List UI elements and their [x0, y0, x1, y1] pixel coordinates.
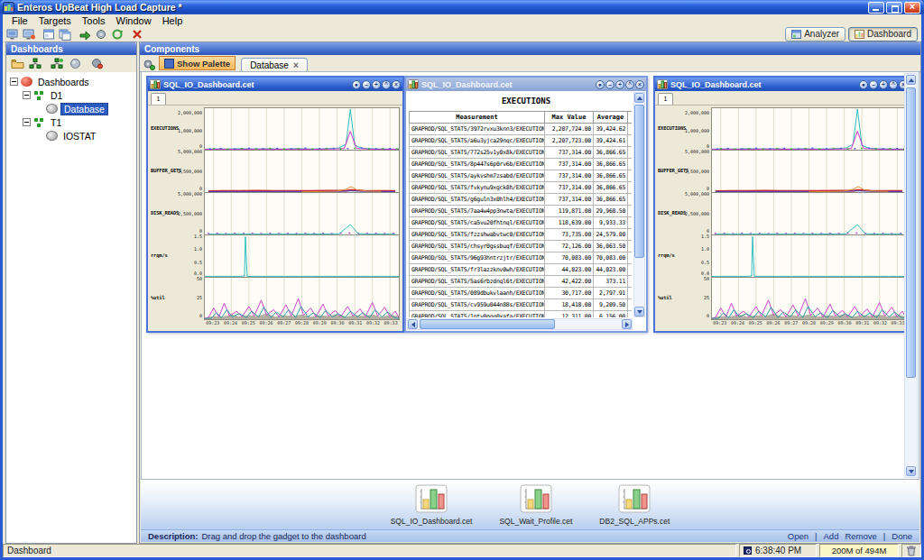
table-hscrollbar[interactable]	[407, 318, 633, 330]
record-button[interactable]: ●	[352, 80, 361, 89]
palette-item-sql-wait-profile-cet[interactable]: SQL_Wait_Profile.cet	[499, 484, 572, 526]
scroll-down-button[interactable]	[634, 307, 644, 317]
column-header-max-value[interactable]: Max Value	[545, 112, 594, 124]
tree-label-dashboards[interactable]: Dashboards	[35, 77, 92, 87]
tree-label-d1[interactable]: D1	[48, 90, 65, 101]
table-row[interactable]: GRAPROD/SQL_STATS/g6guln3x0hlh4/EXECUTIO…	[410, 194, 633, 206]
open-folder-icon[interactable]	[10, 57, 24, 71]
chart-window-2[interactable]: SQL_IO_Dashboard.cet ●–+^× 1 EXECUTIONS2…	[653, 76, 911, 333]
tree-item-iostat[interactable]: IOSTAT	[6, 129, 136, 142]
minimize-button[interactable]: –	[605, 80, 614, 89]
restore-button[interactable]	[886, 2, 902, 14]
restore-button[interactable]: ^	[625, 80, 634, 89]
tree-item-d1[interactable]: D1	[6, 88, 136, 102]
table-row[interactable]: GRAPROD/SQL_STATS/fzzshwabvtwc0/EXECUTIO…	[410, 229, 633, 241]
table-vscrollbar[interactable]	[633, 92, 645, 317]
record-button[interactable]: ●	[596, 80, 605, 89]
tab-database[interactable]: Database	[241, 58, 308, 72]
close-button[interactable]: ×	[635, 80, 644, 89]
chart-window-2-titlebar[interactable]: SQL_IO_Dashboard.cet ●–+^×	[655, 78, 910, 91]
open-dashboard-icon[interactable]	[42, 27, 57, 41]
export-icon[interactable]	[78, 27, 93, 41]
expander-icon[interactable]	[10, 78, 18, 86]
table-row[interactable]: GRAPROD/SQL_STATS/5as6rbzdnql6t/EXECUTIO…	[410, 276, 633, 288]
tree-label-t1[interactable]: T1	[48, 117, 64, 128]
refresh-icon[interactable]	[110, 27, 125, 41]
table-row[interactable]: GRAPROD/SQL_STATS/cv959u044n88s/EXECUTIO…	[410, 299, 633, 311]
scroll-left-button[interactable]	[408, 319, 418, 329]
vscroll-thumb[interactable]	[634, 105, 644, 258]
magnify-button[interactable]: +	[372, 80, 381, 89]
table-row[interactable]: GRAPROD/SQL_STATS/fvkynu9xgck8h/EXECUTIO…	[410, 182, 633, 194]
content-scroll-up-button[interactable]	[906, 75, 916, 85]
table-row[interactable]: GRAPROD/SQL_STATS/8p447s6p0rv6b/EXECUTIO…	[410, 159, 633, 170]
restore-button[interactable]: ^	[889, 80, 898, 89]
magnify-button[interactable]: +	[615, 80, 624, 89]
components-globe-icon[interactable]	[68, 57, 82, 71]
table-window[interactable]: SQL_IO_Dashboard.cet ●–+^× EXECUTIONS Me…	[404, 76, 648, 333]
table-row[interactable]: GRAPROD/SQL_STATS/aykvshm7zsabd/EXECUTIO…	[410, 170, 633, 182]
garbage-collect-button[interactable]	[901, 544, 921, 557]
scroll-right-button[interactable]	[622, 319, 632, 329]
menu-item-file[interactable]: File	[6, 15, 33, 26]
delete-icon[interactable]	[130, 27, 145, 41]
column-header-measurement[interactable]: Measurement	[410, 112, 545, 124]
table-row[interactable]: GRAPROD/SQL_STATS/ca5vu20fhtnql/EXECUTIO…	[410, 217, 633, 229]
action-remove[interactable]: Remove	[845, 531, 876, 541]
table-row[interactable]: GRAPROD/SQL_STATS/a6u3yjca29nqc/EXECUTIO…	[410, 135, 633, 147]
expander-icon[interactable]	[23, 91, 31, 99]
close-button[interactable]: ×	[392, 80, 401, 89]
table-row[interactable]: GRAPROD/SQL_STATS/3972rvxu3knn3/EXECUTIO…	[410, 124, 633, 135]
expander-icon[interactable]	[23, 118, 31, 126]
tab-close-icon[interactable]	[293, 60, 299, 70]
table-row[interactable]: GRAPROD/SQL_STATS/fr3lazzknv0wh/EXECUTIO…	[410, 264, 633, 276]
action-add[interactable]: Add	[824, 531, 839, 541]
close-button[interactable]	[904, 2, 920, 14]
table-row[interactable]: GRAPROD/SQL_STATS/chsyr0gssbuqf/EXECUTIO…	[410, 241, 633, 252]
chart-tab-1[interactable]: 1	[658, 93, 673, 105]
table-row[interactable]: GRAPROD/SQL_STATS/089dbukvlaanh/EXECUTIO…	[410, 288, 633, 299]
analyzer-button[interactable]: Analyzer	[785, 27, 845, 41]
hscroll-thumb[interactable]	[420, 319, 555, 329]
add-dashboard-icon[interactable]	[28, 57, 42, 71]
capture-icon[interactable]	[22, 27, 37, 41]
tree-item-t1[interactable]: T1	[6, 115, 136, 129]
magnify-button[interactable]: +	[879, 80, 888, 89]
window-titlebar[interactable]: Enteros UpBeat High Load Capture *	[0, 0, 924, 14]
action-open[interactable]: Open	[788, 531, 808, 541]
tree-item-database[interactable]: Database	[6, 102, 136, 115]
menu-item-targets[interactable]: Targets	[33, 15, 77, 26]
chart-window-1-titlebar[interactable]: SQL_IO_Dashboard.cet ●–+^×	[148, 78, 402, 91]
palette-item-sql-io-dashboard-cet[interactable]: SQL_IO_Dashboard.cet	[391, 484, 473, 526]
content-scroll-down-button[interactable]	[906, 466, 916, 476]
dashboard-button[interactable]: Dashboard	[848, 27, 918, 41]
table-window-titlebar[interactable]: SQL_IO_Dashboard.cet ●–+^×	[406, 78, 646, 91]
content-vscrollbar[interactable]	[904, 73, 918, 478]
target-icon[interactable]	[5, 27, 21, 41]
minimize-button[interactable]: –	[869, 80, 878, 89]
palette-item-db2-sql-apps-cet[interactable]: DB2_SQL_APPs.cet	[599, 484, 670, 526]
chart-window-1[interactable]: SQL_IO_Dashboard.cet ●–+^× 1 EXECUTIONS2…	[146, 76, 404, 333]
tree-item-dashboards[interactable]: Dashboards	[6, 75, 136, 88]
table-row[interactable]: GRAPROD/SQL_STATS/772s25v1y0x8k/EXECUTIO…	[410, 147, 633, 159]
table-row[interactable]: GRAPROD/SQL_STATS/1ptv0pqq0xafa/EXECUTIO…	[410, 311, 633, 318]
save-dashboard-icon[interactable]	[58, 27, 73, 41]
table-row[interactable]: GRAPROD/SQL_STATS/96g93hntrzjtr/EXECUTIO…	[410, 252, 633, 264]
components-gear-icon[interactable]	[143, 58, 155, 70]
tree-label-iostat[interactable]: IOSTAT	[60, 131, 98, 142]
settings-icon[interactable]	[94, 27, 109, 41]
show-palette-button[interactable]: Show Palette	[159, 56, 236, 70]
menu-item-help[interactable]: Help	[157, 15, 189, 26]
column-header-average[interactable]: Average	[594, 112, 628, 124]
minimize-button[interactable]: –	[362, 80, 371, 89]
menu-item-window[interactable]: Window	[111, 15, 157, 26]
table-scroll-area[interactable]: MeasurementMax ValueAverageCo GRAPROD/SQ…	[409, 111, 632, 317]
action-done[interactable]: Done	[892, 531, 912, 541]
restore-button[interactable]: ^	[382, 80, 391, 89]
memory-indicator[interactable]: 200M of 494M	[819, 544, 899, 557]
remove-dashboard-icon[interactable]	[89, 57, 104, 71]
table-row[interactable]: GRAPROD/SQL_STATS/7aa4w4pp3nwta/EXECUTIO…	[410, 206, 633, 217]
add-gadget-icon[interactable]	[50, 57, 64, 71]
scroll-up-button[interactable]	[634, 93, 644, 103]
column-header-co[interactable]: Co	[628, 112, 633, 124]
